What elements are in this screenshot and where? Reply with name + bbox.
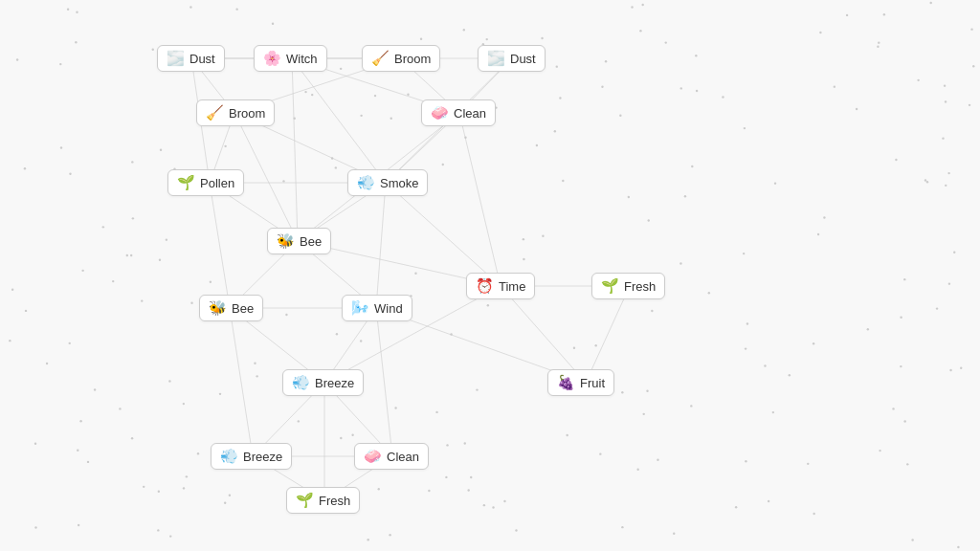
connection-wind-clean2 bbox=[376, 308, 392, 456]
node-breeze1[interactable]: 💨Breeze bbox=[282, 369, 364, 396]
node-label-clean1: Clean bbox=[454, 106, 486, 121]
node-icon-time: ⏰ bbox=[476, 277, 494, 295]
connection-clean1-time bbox=[459, 113, 501, 286]
node-smoke[interactable]: 💨Smoke bbox=[347, 169, 428, 196]
node-dust1[interactable]: 🌫️Dust bbox=[157, 45, 225, 72]
node-label-witch: Witch bbox=[286, 52, 318, 66]
node-label-smoke: Smoke bbox=[380, 176, 418, 190]
node-label-clean2: Clean bbox=[387, 450, 419, 464]
node-label-fresh2: Fresh bbox=[319, 494, 350, 508]
node-broom2[interactable]: 🧹Broom bbox=[196, 99, 275, 126]
node-fresh2[interactable]: 🌱Fresh bbox=[286, 487, 360, 514]
node-wind[interactable]: 🌬️Wind bbox=[342, 295, 412, 321]
node-icon-dust1: 🌫️ bbox=[167, 50, 185, 67]
node-dust2[interactable]: 🌫️Dust bbox=[478, 45, 546, 72]
node-bee1[interactable]: 🐝Bee bbox=[267, 228, 331, 254]
node-icon-bee2: 🐝 bbox=[209, 299, 227, 317]
node-label-bee1: Bee bbox=[300, 234, 322, 249]
node-icon-pollen: 🌱 bbox=[177, 174, 195, 191]
node-label-fruit: Fruit bbox=[580, 376, 605, 390]
node-icon-witch: 🌸 bbox=[263, 50, 281, 67]
node-label-fresh1: Fresh bbox=[624, 279, 656, 294]
connection-witch-bee1 bbox=[292, 58, 298, 241]
node-icon-bee1: 🐝 bbox=[277, 232, 295, 250]
node-icon-fresh2: 🌱 bbox=[296, 492, 314, 509]
node-icon-breeze2: 💨 bbox=[220, 448, 238, 465]
node-label-broom2: Broom bbox=[229, 106, 265, 121]
node-witch[interactable]: 🌸Witch bbox=[254, 45, 327, 72]
node-clean1[interactable]: 🧼Clean bbox=[421, 99, 496, 126]
node-icon-dust2: 🌫️ bbox=[487, 50, 505, 67]
node-fruit[interactable]: 🍇Fruit bbox=[547, 369, 614, 396]
node-label-broom1: Broom bbox=[394, 52, 431, 66]
node-label-pollen: Pollen bbox=[200, 176, 234, 190]
node-bee2[interactable]: 🐝Bee bbox=[199, 295, 263, 321]
node-broom1[interactable]: 🧹Broom bbox=[362, 45, 440, 72]
node-icon-breeze1: 💨 bbox=[292, 374, 310, 391]
node-label-time: Time bbox=[499, 279, 525, 294]
node-label-breeze2: Breeze bbox=[243, 450, 282, 464]
node-icon-clean2: 🧼 bbox=[364, 448, 382, 465]
connection-witch-smoke bbox=[292, 58, 386, 183]
node-label-bee2: Bee bbox=[232, 301, 254, 316]
node-icon-broom1: 🧹 bbox=[371, 50, 390, 67]
node-icon-broom2: 🧹 bbox=[206, 104, 224, 121]
node-label-dust1: Dust bbox=[189, 52, 215, 66]
node-time[interactable]: ⏰Time bbox=[466, 273, 535, 299]
node-label-dust2: Dust bbox=[510, 52, 536, 66]
node-icon-smoke: 💨 bbox=[357, 174, 375, 191]
node-clean2[interactable]: 🧼Clean bbox=[354, 443, 429, 470]
connection-smoke-time bbox=[386, 183, 501, 286]
node-pollen[interactable]: 🌱Pollen bbox=[167, 169, 244, 196]
connection-time-fruit bbox=[501, 286, 586, 383]
node-label-wind: Wind bbox=[374, 301, 403, 316]
node-icon-fresh1: 🌱 bbox=[601, 277, 619, 295]
node-fresh1[interactable]: 🌱Fresh bbox=[591, 273, 665, 299]
connection-pollen-bee2 bbox=[210, 183, 230, 308]
connection-smoke-wind bbox=[376, 183, 386, 308]
node-icon-wind: 🌬️ bbox=[351, 299, 369, 317]
node-label-breeze1: Breeze bbox=[315, 376, 354, 390]
node-icon-clean1: 🧼 bbox=[431, 104, 449, 121]
connection-fresh1-fruit bbox=[586, 286, 630, 383]
connection-bee2-breeze2 bbox=[230, 308, 253, 456]
node-breeze2[interactable]: 💨Breeze bbox=[211, 443, 292, 470]
node-icon-fruit: 🍇 bbox=[557, 374, 575, 391]
